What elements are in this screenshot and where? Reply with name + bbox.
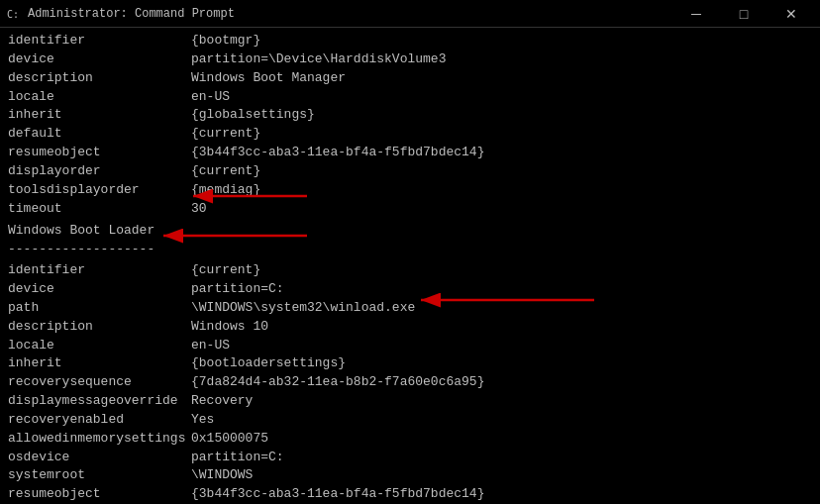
minimize-button[interactable]: ─ [673,3,719,25]
row-value: {3b44f3cc-aba3-11ea-bf4a-f5fbd7bdec14} [191,144,484,162]
table-row: identifier{current} [8,261,812,280]
row-key: inherit [8,354,191,373]
table-row: inherit{bootloadersettings} [8,354,812,373]
table-row: systemroot\WINDOWS [8,466,812,485]
svg-text:C:: C: [7,9,19,20]
row-key: default [8,125,191,144]
row-key: osdevice [8,449,191,467]
table-row: descriptionWindows 10 [8,318,812,337]
table-row: inherit{globalsettings} [8,106,812,125]
row-value: {3b44f3cc-aba3-11ea-bf4a-f5fbd7bdec14} [191,485,484,504]
row-value: {current} [191,125,260,144]
table-row: default{current} [8,125,812,144]
table-row: localeen-US [8,88,812,107]
table-row: descriptionWindows Boot Manager [8,69,812,88]
table-row: toolsdisplayorder{memdiag} [8,181,812,200]
table-row: displaymessageoverrideRecovery [8,392,812,411]
table-row: localeen-US [8,337,812,355]
title-bar: C: Administrator: Command Prompt ─ □ ✕ [0,0,820,28]
row-key: identifier [8,261,191,280]
window-title: Administrator: Command Prompt [28,7,235,21]
row-value: Recovery [191,392,253,411]
row-value: \WINDOWS\system32\winload.exe [191,299,415,318]
row-key: resumeobject [8,485,191,504]
row-value: {bootloadersettings} [191,354,346,373]
table-row: displayorder{current} [8,162,812,181]
table-row: recoveryenabledYes [8,411,812,430]
table-row: osdevicepartition=C: [8,449,812,467]
row-key: device [8,280,191,299]
terminal-content: identifier{bootmgr}devicepartition=\Devi… [0,28,820,504]
row-value: Yes [191,411,214,430]
row-value: {current} [191,162,260,181]
table-row: resumeobject{3b44f3cc-aba3-11ea-bf4a-f5f… [8,485,812,504]
divider: ------------------- [8,241,812,259]
row-value: en-US [191,88,230,107]
row-key: description [8,318,191,337]
row-value: {bootmgr} [191,32,260,50]
row-key: displayorder [8,162,191,181]
row-key: allowedinmemorysettings [8,430,191,449]
row-key: locale [8,88,191,107]
row-key: recoveryenabled [8,411,191,430]
row-value: {globalsettings} [191,106,315,125]
row-value: Windows 10 [191,318,268,337]
title-bar-left: C: Administrator: Command Prompt [6,6,235,22]
section-title: Windows Boot Loader [8,222,812,241]
table-row: devicepartition=C: [8,280,812,299]
row-value: en-US [191,337,230,355]
table-row: resumeobject{3b44f3cc-aba3-11ea-bf4a-f5f… [8,144,812,162]
row-value: {7da824d4-ab32-11ea-b8b2-f7a60e0c6a95} [191,373,484,392]
row-value: {memdiag} [191,181,260,200]
table-row: allowedinmemorysettings0x15000075 [8,430,812,449]
boot-loader-rows: identifier{current}devicepartition=C:pat… [8,261,812,504]
cmd-icon: C: [6,6,22,22]
row-key: resumeobject [8,144,191,162]
boot-manager-rows: identifier{bootmgr}devicepartition=\Devi… [8,32,812,218]
row-key: toolsdisplayorder [8,181,191,200]
row-key: device [8,50,191,69]
row-value: partition=C: [191,280,284,299]
table-row: identifier{bootmgr} [8,32,812,50]
row-value: {current} [191,261,260,280]
row-value: Windows Boot Manager [191,69,346,88]
row-key: timeout [8,200,191,219]
close-button[interactable]: ✕ [769,3,814,25]
table-row: devicepartition=\Device\HarddiskVolume3 [8,50,812,69]
row-value: partition=\Device\HarddiskVolume3 [191,50,446,69]
row-key: displaymessageoverride [8,392,191,411]
row-key: inherit [8,106,191,125]
row-value: partition=C: [191,449,284,467]
boot-loader-header: Windows Boot Loader ------------------- [8,222,812,259]
table-row: timeout30 [8,200,812,219]
row-value: 30 [191,200,207,219]
window-controls: ─ □ ✕ [673,3,814,25]
table-row: recoverysequence{7da824d4-ab32-11ea-b8b2… [8,373,812,392]
row-value: \WINDOWS [191,466,253,485]
row-key: systemroot [8,466,191,485]
table-row: path\WINDOWS\system32\winload.exe [8,299,812,318]
row-key: recoverysequence [8,373,191,392]
row-key: path [8,299,191,318]
maximize-button[interactable]: □ [721,3,767,25]
row-key: identifier [8,32,191,50]
row-key: locale [8,337,191,355]
row-value: 0x15000075 [191,430,268,449]
row-key: description [8,69,191,88]
